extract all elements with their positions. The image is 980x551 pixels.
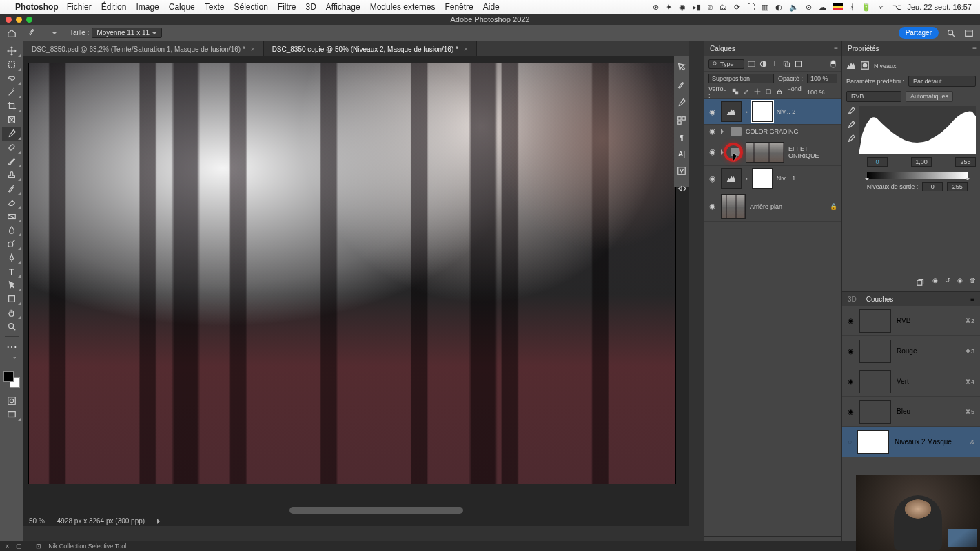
share-button[interactable]: Partager	[899, 27, 939, 39]
zoom-tool[interactable]	[2, 320, 21, 333]
paragraph-panel-icon[interactable]: ¶	[676, 134, 687, 142]
swatches-panel-icon[interactable]	[676, 116, 687, 125]
dodge-tool[interactable]	[2, 237, 21, 251]
visibility-toggle-icon[interactable]: ◉	[848, 347, 854, 355]
channel-row-rvb[interactable]: ◉ RVB ⌘2	[842, 306, 980, 336]
filter-shape-icon[interactable]	[782, 59, 791, 68]
visibility-toggle-icon[interactable]: ◉	[848, 408, 854, 415]
brush-tool[interactable]	[2, 154, 21, 168]
expand-icon[interactable]	[721, 129, 726, 134]
visibility-toggle-icon[interactable]: ◉	[848, 317, 854, 324]
menu-fenetre[interactable]: Fenêtre	[445, 2, 473, 12]
menu-fichier[interactable]: Fichier	[67, 2, 92, 12]
close-icon[interactable]: ×	[251, 45, 255, 53]
tray-icon[interactable]: ⟳	[734, 3, 740, 12]
layer-mask-thumbnail[interactable]	[752, 168, 773, 189]
lock-trans-icon[interactable]	[732, 88, 739, 96]
lock-move-icon[interactable]	[754, 88, 761, 96]
delete-icon[interactable]: 🗑	[970, 277, 976, 288]
layer-filter-select[interactable]: Type	[708, 59, 744, 69]
menu-image[interactable]: Image	[136, 2, 159, 12]
preset-select[interactable]: Par défaut	[908, 76, 976, 87]
channel-select[interactable]: RVB	[846, 91, 901, 102]
tab-couches[interactable]: Couches	[866, 295, 893, 303]
tray-icon[interactable]: ✦	[666, 3, 672, 12]
path-select-tool[interactable]	[2, 278, 21, 292]
eyedropper-black-icon[interactable]	[846, 106, 856, 116]
mask-link-icon[interactable]: ▪	[746, 176, 748, 182]
tray-icon[interactable]: 🔈	[789, 3, 799, 12]
tray-bluetooth-icon[interactable]: ᚼ	[850, 3, 855, 11]
blur-tool[interactable]	[2, 223, 21, 237]
move-tool[interactable]	[2, 44, 21, 58]
healing-tool[interactable]	[2, 141, 21, 154]
edit-toolbar-icon[interactable]: ⋯	[2, 340, 21, 353]
color-swatches[interactable]	[3, 371, 20, 388]
visibility-toggle-icon[interactable]: ◉	[708, 147, 717, 156]
channel-row-rouge[interactable]: ◉ Rouge ⌘3	[842, 336, 980, 366]
visibility-toggle-icon[interactable]: ◉	[708, 202, 717, 211]
view-prev-icon[interactable]: ◉	[932, 277, 938, 288]
mask-link-icon[interactable]: ▪	[746, 109, 748, 115]
expand-icon[interactable]	[721, 149, 726, 155]
lock-artboard-icon[interactable]	[765, 88, 772, 96]
layer-name[interactable]: Niv... 1	[777, 175, 837, 182]
visibility-toggle-icon[interactable]: ◉	[708, 107, 717, 116]
tray-control-icon[interactable]: ⌥	[892, 3, 901, 12]
layers-panel-header[interactable]: Calques≡	[704, 41, 841, 56]
menu-modules[interactable]: Modules externes	[370, 2, 436, 12]
tray-icon[interactable]: ⎚	[708, 3, 713, 11]
layer-thumbnail[interactable]	[721, 101, 742, 122]
layer-row-background[interactable]: ◉ Arrière-plan 🔒	[704, 191, 841, 222]
layer-name[interactable]: COLOR GRADING	[746, 128, 837, 135]
eraser-tool[interactable]	[2, 196, 21, 209]
tray-icon[interactable]: ⛶	[747, 3, 755, 11]
layer-thumbnail[interactable]	[721, 194, 746, 219]
lasso-tool[interactable]	[2, 72, 21, 85]
window-close-button[interactable]	[6, 17, 12, 23]
menu-3d[interactable]: 3D	[306, 2, 316, 12]
filter-adjust-icon[interactable]	[759, 59, 768, 68]
screenmode-icon[interactable]	[2, 408, 21, 422]
document-tab[interactable]: DSC_8350.psd @ 63,2% (Teinte/Saturation …	[23, 41, 264, 56]
reset-icon[interactable]: ↺	[945, 277, 950, 288]
input-white[interactable]: 255	[955, 157, 976, 167]
toggle-vis-icon[interactable]: ◉	[957, 277, 963, 288]
gradient-tool[interactable]	[2, 209, 21, 223]
swap-colors-icon[interactable]	[2, 353, 21, 367]
close-icon[interactable]: ×	[6, 543, 9, 550]
type-tool[interactable]: T	[2, 264, 21, 278]
tray-icon[interactable]: 🗂	[719, 3, 727, 11]
menubar-app-name[interactable]: Photoshop	[15, 2, 59, 12]
menubar-clock[interactable]: Jeu. 22 sept. 16:57	[907, 3, 972, 11]
workspace-icon[interactable]	[963, 28, 974, 39]
document-tab[interactable]: DSC_8350 copie @ 50% (Niveaux 2, Masque …	[264, 41, 477, 56]
channel-row-vert[interactable]: ◉ Vert ⌘4	[842, 366, 980, 397]
output-gradient[interactable]	[867, 172, 968, 179]
visibility-toggle-icon[interactable]: ◉	[708, 174, 717, 183]
tray-wifi-icon[interactable]: ᯤ	[878, 3, 886, 11]
clip-icon[interactable]	[916, 277, 926, 288]
layer-name[interactable]: Arrière-plan	[750, 203, 826, 210]
layer-name[interactable]: Niv... 2	[777, 108, 837, 115]
tray-battery-icon[interactable]: 🔋	[861, 3, 871, 12]
brush-panel-icon[interactable]	[676, 80, 687, 90]
pen-tool[interactable]	[2, 251, 21, 264]
tray-icon[interactable]: ⊛	[653, 3, 659, 12]
marquee-tool[interactable]	[2, 58, 21, 72]
horizontal-scrollbar[interactable]	[289, 507, 462, 514]
visibility-toggle-icon[interactable]: ◉	[848, 377, 854, 385]
doc-info[interactable]: 4928 px x 3264 px (300 ppp)	[57, 517, 145, 525]
visibility-toggle-icon[interactable]: ○	[848, 438, 852, 446]
filter-toggle-icon[interactable]	[828, 59, 837, 68]
window-zoom-button[interactable]	[26, 17, 32, 23]
menu-texte[interactable]: Texte	[205, 2, 225, 12]
layer-row-levels2[interactable]: ◉ ▪ Niv... 2	[704, 99, 841, 125]
menu-calque[interactable]: Calque	[169, 2, 195, 12]
lock-icon[interactable]: 🔒	[830, 203, 837, 210]
filter-pixel-icon[interactable]	[747, 59, 756, 68]
panel-menu-icon[interactable]: ≡	[970, 295, 974, 303]
input-gamma[interactable]: 1,00	[911, 157, 932, 167]
menu-selection[interactable]: Sélection	[234, 2, 267, 12]
hand-tool[interactable]	[2, 306, 21, 320]
